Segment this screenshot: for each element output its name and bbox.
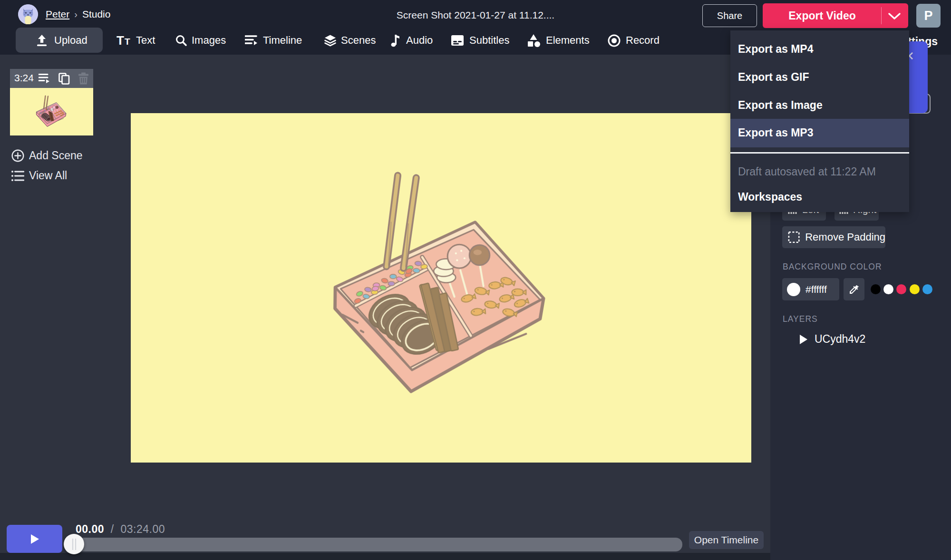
svg-text:T: T (125, 37, 130, 47)
svg-text:T: T (116, 34, 124, 47)
